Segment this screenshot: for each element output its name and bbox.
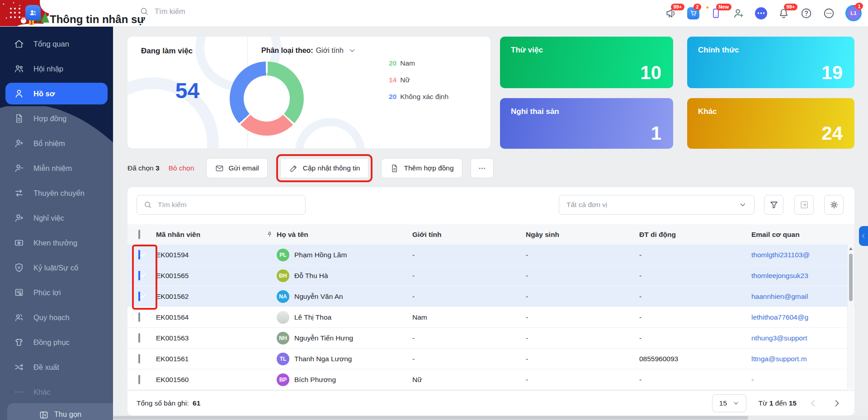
sidebar-nav: Tổng quanHội nhậpHồ sơHợp đồngBổ nhiệmMi… [0, 26, 113, 406]
status-card-probation[interactable]: Thử việc10 [500, 37, 673, 88]
sidebar-item-user[interactable]: Hồ sơ [5, 83, 108, 104]
employee-name[interactable]: Bích Phương [294, 376, 336, 384]
employee-name[interactable]: Nguyễn Tiến Hưng [294, 334, 353, 342]
action-button-mail[interactable]: Gửi email [206, 158, 268, 178]
sidebar-item-shirt[interactable]: Đồng phục [5, 331, 108, 353]
table-row[interactable]: EK001562NANguyễn Văn An---haannhien@gmai… [127, 286, 854, 307]
deselect-link[interactable]: Bỏ chọn [169, 164, 194, 172]
select-all-checkbox[interactable] [138, 230, 140, 239]
sidebar-item-transfer[interactable]: Thuyên chuyển [5, 182, 108, 204]
employee-id: EK001560 [156, 376, 277, 384]
filter-button[interactable] [764, 195, 783, 215]
column-header[interactable]: Họ và tên [277, 231, 308, 239]
column-header[interactable]: ĐT di động [639, 231, 751, 239]
column-header[interactable]: Giới tính [412, 231, 526, 239]
column-header[interactable]: Ngày sinh [526, 231, 639, 239]
page-range: Từ 1 đến 15 [758, 399, 797, 407]
row-checkbox[interactable] [138, 250, 140, 260]
status-card-other[interactable]: Khác24 [687, 98, 854, 149]
sidebar-item-shuffle[interactable]: Đề xuất [5, 356, 108, 378]
email-link[interactable]: lethithoa77604@g [751, 313, 854, 321]
action-button-pencil[interactable]: Cập nhật thông tin [280, 158, 369, 178]
email-link[interactable]: nthung3@support [751, 334, 854, 342]
sidebar-item-file[interactable]: Hợp đồng [5, 108, 108, 129]
employee-name[interactable]: Lê Thị Thoa [294, 313, 331, 321]
question-icon[interactable] [800, 7, 812, 19]
more-circle-icon[interactable] [823, 7, 835, 19]
row-checkbox[interactable] [138, 292, 140, 301]
table-row[interactable]: EK001564Lê Thị ThoaNam--lethithoa77604@g [127, 307, 854, 328]
sidebar-item-ellipsis[interactable]: Khác [5, 381, 108, 403]
email-link[interactable]: haannhien@gmail [751, 293, 854, 301]
table-search-input[interactable] [157, 200, 299, 209]
email-link[interactable]: thomlgthi231103@ [751, 251, 854, 259]
unit-filter-select[interactable]: Tất cả đơn vị [559, 195, 755, 215]
phone-cell: - [639, 334, 751, 342]
phone-icon[interactable]: ✦New [710, 7, 722, 19]
global-search-input[interactable] [154, 7, 246, 16]
email-link[interactable]: - [751, 376, 854, 384]
row-checkbox[interactable] [138, 375, 140, 384]
horizontal-scrollbar[interactable] [113, 415, 868, 420]
vertical-scrollbar[interactable] [847, 245, 854, 389]
table-row[interactable]: EK001594PLPhạm Hồng Lâm---thomlgthi23110… [127, 245, 854, 265]
employee-name[interactable]: Nguyễn Văn An [294, 293, 343, 301]
scrollbar-thumb[interactable] [113, 416, 748, 420]
sidebar-item-user-plus[interactable]: Bổ nhiệm [5, 132, 108, 154]
search-icon [143, 200, 152, 209]
next-page-button[interactable] [832, 398, 842, 408]
sidebar-item-group[interactable]: Hội nhập [5, 58, 108, 80]
table-search[interactable] [137, 195, 306, 215]
row-checkbox[interactable] [138, 333, 140, 343]
megaphone-icon[interactable]: 99+ [665, 7, 677, 19]
home-icon [14, 38, 24, 49]
email-link[interactable]: lttnga@support.m [751, 355, 854, 363]
settings-button[interactable] [824, 195, 844, 215]
scrollbar-thumb[interactable] [849, 254, 853, 301]
sidebar-item-award[interactable]: Khen thưởng [5, 232, 108, 254]
column-header[interactable]: Email cơ quan [751, 231, 854, 239]
table-row[interactable]: EK001565ĐHĐỗ Thu Hà---thomleejongsuk23 [127, 265, 854, 286]
row-checkbox[interactable] [138, 271, 140, 280]
bell-icon[interactable]: 99+ [778, 7, 790, 19]
employee-name[interactable]: Đỗ Thu Hà [294, 272, 328, 280]
more-actions-button[interactable] [471, 158, 494, 178]
sidebar-item-benefit[interactable]: Phúc lợi [5, 282, 108, 303]
row-checkbox[interactable] [138, 312, 140, 322]
sidebar-item-user-x[interactable]: Nghỉ việc [5, 207, 108, 229]
sidebar-item-user-minus[interactable]: Miễn nhiệm [5, 157, 108, 179]
table-row[interactable]: EK001563NHNguyễn Tiến Hưng---nthung3@sup… [127, 328, 854, 349]
user-avatar[interactable]: L11 [845, 5, 862, 21]
classify-selector[interactable]: Phân loại theo: Giới tính [261, 47, 356, 55]
email-link[interactable]: thomleejongsuk23 [751, 272, 854, 280]
cart-icon[interactable]: 2 [687, 7, 699, 19]
table-row[interactable]: EK001560BPBích PhươngNữ--- [127, 369, 854, 390]
row-checkbox[interactable] [138, 354, 140, 363]
action-button-contract[interactable]: Thêm hợp đồng [381, 158, 462, 178]
status-card-official[interactable]: Chính thức19 [687, 37, 854, 88]
action-button-label: Thêm hợp đồng [404, 164, 453, 172]
panel-collapse-tab[interactable] [859, 226, 868, 246]
prev-page-button[interactable] [808, 398, 818, 408]
table-row[interactable]: EK001561TLThanh Nga Lương--0855960093ltt… [127, 349, 854, 369]
export-button[interactable] [794, 195, 814, 215]
pin-icon[interactable] [266, 231, 273, 238]
people-app-icon[interactable] [25, 5, 41, 20]
employee-name[interactable]: Thanh Nga Lương [294, 355, 352, 363]
status-card-value: 24 [821, 123, 843, 144]
employee-name[interactable]: Phạm Hồng Lâm [294, 251, 347, 259]
scroll-up-arrow[interactable] [849, 247, 853, 250]
global-search[interactable] [139, 6, 246, 16]
sidebar-item-planning[interactable]: Quy hoạch [5, 307, 108, 328]
group-icon [14, 63, 24, 74]
sparkle-icon: ✦ [705, 5, 710, 11]
status-card-maternity[interactable]: Nghỉ thai sản1 [500, 98, 673, 149]
column-header[interactable]: Mã nhân viên [156, 231, 277, 239]
sidebar-collapse-button[interactable]: Thu gọn [7, 403, 113, 420]
user-add-icon[interactable] [732, 7, 745, 19]
chat-icon[interactable] [755, 7, 767, 19]
page-size-select[interactable]: 15 [712, 394, 746, 412]
app-grid-icon[interactable] [10, 8, 21, 19]
sidebar-item-shield-x[interactable]: Kỷ luật/Sự cố [5, 257, 108, 278]
sidebar-item-home[interactable]: Tổng quan [5, 33, 108, 55]
